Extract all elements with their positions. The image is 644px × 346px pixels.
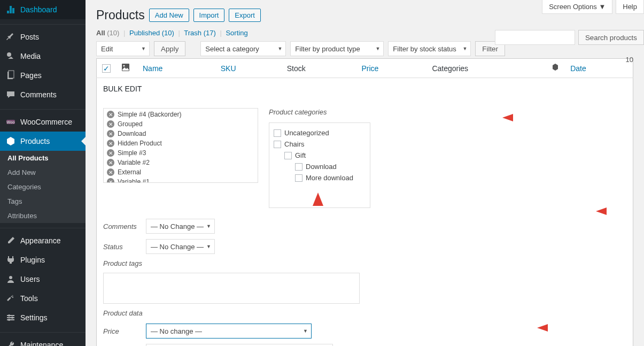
search-input[interactable]: [495, 30, 575, 45]
maintenance-icon: [5, 340, 16, 346]
category-checklist[interactable]: UncategorizedChairsGiftDownloadMore down…: [269, 122, 370, 208]
category-label: Uncategorized: [284, 129, 329, 137]
screen-options-button[interactable]: Screen Options ▼: [542, 0, 612, 14]
export-button[interactable]: Export: [229, 9, 261, 22]
media-icon: [5, 51, 16, 61]
product-type-filter-select[interactable]: Filter by product type: [290, 41, 384, 56]
product-tags-input[interactable]: [103, 273, 360, 304]
bulk-product-list[interactable]: ✕Simple #4 (Backorder)✕Grouped✕Download✕…: [103, 108, 258, 183]
sidebar-item-tools[interactable]: Tools: [0, 289, 86, 308]
sidebar-item-media[interactable]: Media: [0, 47, 86, 66]
select-all-checkbox[interactable]: [102, 64, 111, 73]
sidebar-label: Plugins: [20, 256, 45, 264]
sidebar-item-users[interactable]: Users: [0, 270, 86, 289]
sidebar-item-settings[interactable]: Settings: [0, 308, 86, 327]
category-checkbox[interactable]: [274, 129, 281, 137]
remove-product-icon[interactable]: ✕: [107, 140, 114, 147]
sidebar-item-dashboard[interactable]: Dashboard: [0, 0, 86, 19]
settings-icon: [5, 312, 16, 323]
bulk-product-item: ✕Download: [105, 129, 257, 139]
admin-sidebar: Dashboard Posts Media Pages Comments Woo…: [0, 0, 86, 346]
sale-select[interactable]: — No change —: [146, 344, 333, 346]
svg-point-11: [8, 319, 10, 321]
category-item[interactable]: Gift: [274, 150, 366, 161]
category-item[interactable]: Chairs: [274, 139, 366, 150]
column-price[interactable]: Price: [356, 59, 427, 78]
view-sorting[interactable]: Sorting: [226, 29, 247, 37]
category-checkbox[interactable]: [274, 141, 281, 148]
import-button[interactable]: Import: [193, 9, 225, 22]
product-data-header: Product data: [103, 309, 626, 317]
appearance-icon: [5, 235, 16, 246]
product-name: Simple #3: [118, 149, 146, 157]
remove-product-icon[interactable]: ✕: [107, 130, 114, 137]
stock-status-filter-select[interactable]: Filter by stock status: [388, 41, 471, 56]
sidebar-item-maintenance[interactable]: Maintenance: [0, 335, 86, 346]
sidebar-item-posts[interactable]: Posts: [0, 27, 86, 47]
remove-product-icon[interactable]: ✕: [107, 159, 114, 166]
column-sku[interactable]: SKU: [215, 59, 282, 78]
view-trash[interactable]: Trash (17): [184, 29, 216, 37]
bulk-product-item: ✕Simple #3: [105, 148, 257, 158]
category-item[interactable]: Download: [274, 161, 366, 172]
submenu-all-products[interactable]: All Products: [0, 151, 86, 165]
sidebar-label: Users: [20, 275, 40, 283]
apply-button[interactable]: Apply: [154, 41, 185, 56]
products-icon: [5, 136, 16, 147]
bulk-fields-column: Comments — No Change — Status — No Chang…: [103, 219, 626, 346]
category-item[interactable]: Uncategorized: [274, 127, 366, 139]
sidebar-item-comments[interactable]: Comments: [0, 85, 86, 104]
woocommerce-icon: Woo: [5, 117, 16, 127]
status-label: Status: [103, 243, 146, 251]
submenu-tags[interactable]: Tags: [0, 194, 86, 209]
remove-product-icon[interactable]: ✕: [107, 111, 114, 118]
category-checkbox[interactable]: [295, 174, 302, 182]
pages-icon: [5, 70, 16, 81]
comments-select[interactable]: — No Change —: [146, 219, 215, 234]
price-select[interactable]: — No change —: [146, 324, 312, 339]
column-name[interactable]: Name: [137, 59, 215, 78]
search-button[interactable]: Search products: [578, 30, 644, 45]
sidebar-label: Products: [20, 137, 50, 145]
sidebar-item-appearance[interactable]: Appearance: [0, 231, 86, 250]
bulk-product-item: ✕Variable #1: [105, 177, 257, 183]
svg-point-9: [8, 314, 10, 317]
view-all[interactable]: All: [96, 29, 105, 37]
column-categories: Categories: [426, 59, 546, 78]
view-published[interactable]: Published (10): [129, 29, 174, 37]
remove-product-icon[interactable]: ✕: [107, 149, 114, 157]
category-item[interactable]: More download: [274, 172, 366, 183]
bulk-products-column: ✕Simple #4 (Backorder)✕Grouped✕Download✕…: [103, 108, 258, 208]
bulk-product-item: ✕External: [105, 167, 257, 177]
category-label: Download: [306, 163, 337, 171]
remove-product-icon[interactable]: ✕: [107, 168, 114, 176]
price-label: Price: [103, 327, 146, 335]
submenu-add-new[interactable]: Add New: [0, 165, 86, 180]
status-select[interactable]: — No Change —: [146, 239, 215, 254]
sidebar-item-plugins[interactable]: Plugins: [0, 250, 86, 270]
submenu-categories[interactable]: Categories: [0, 180, 86, 194]
sidebar-item-woocommerce[interactable]: Woo WooCommerce: [0, 112, 86, 132]
add-new-button[interactable]: Add New: [149, 9, 189, 22]
products-table: Name SKU Stock Price Categories Date: [96, 58, 633, 78]
sidebar-label: Appearance: [20, 236, 61, 245]
remove-product-icon[interactable]: ✕: [107, 120, 114, 128]
column-date[interactable]: Date: [565, 59, 633, 78]
category-checkbox[interactable]: [295, 163, 302, 171]
category-filter-select[interactable]: Select a category: [200, 41, 286, 56]
submenu-attributes[interactable]: Attributes: [0, 209, 86, 223]
svg-point-13: [123, 65, 125, 67]
remove-product-icon[interactable]: ✕: [107, 178, 114, 183]
column-stock: Stock: [282, 59, 356, 78]
category-checkbox[interactable]: [284, 152, 292, 159]
sidebar-item-products[interactable]: Products: [0, 132, 86, 151]
product-name: Download: [118, 130, 146, 137]
help-button[interactable]: Help: [616, 0, 644, 14]
sidebar-label: Posts: [20, 33, 39, 41]
product-name: Simple #4 (Backorder): [118, 111, 181, 118]
bulk-action-select[interactable]: Edit: [96, 41, 150, 56]
sidebar-label: WooCommerce: [20, 118, 72, 126]
sidebar-item-pages[interactable]: Pages: [0, 66, 86, 85]
bulk-categories-column: Product categories UncategorizedChairsGi…: [269, 108, 370, 208]
product-name: External: [118, 168, 141, 176]
